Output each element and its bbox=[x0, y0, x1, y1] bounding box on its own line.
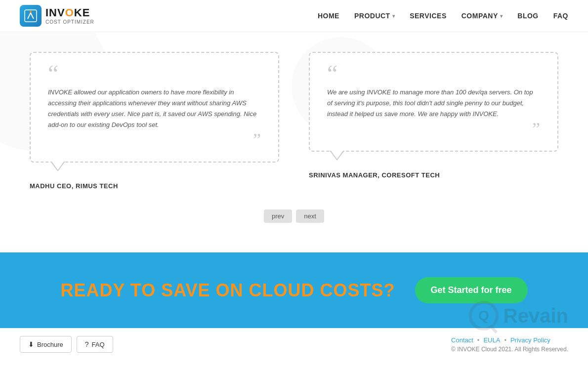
download-icon: ⬇ bbox=[28, 340, 34, 348]
nav-product[interactable]: PRODUCT ▾ bbox=[354, 12, 395, 20]
chevron-down-icon: ▾ bbox=[500, 13, 503, 19]
nav-company[interactable]: COMPANY ▾ bbox=[462, 12, 503, 20]
footer-eula-link[interactable]: EULA bbox=[483, 336, 500, 344]
chevron-down-icon: ▾ bbox=[392, 13, 395, 19]
author-1: MADHU CEO, RIMUS TECH bbox=[30, 182, 279, 190]
footer-right: Contact • EULA • Privacy Policy © INVOKE… bbox=[451, 336, 568, 353]
quote-text-1: INVOKE allowed our application owners to… bbox=[48, 87, 261, 130]
testimonials-section: “ INVOKE allowed our application owners … bbox=[0, 32, 588, 252]
get-started-button[interactable]: Get Started for free bbox=[415, 277, 528, 303]
quote-text-2: We are using INVOKE to manage more than … bbox=[327, 87, 540, 120]
pagination: prev next bbox=[30, 209, 558, 223]
close-quote-icon: ” bbox=[48, 135, 261, 144]
prev-button[interactable]: prev bbox=[264, 209, 292, 223]
footer-privacy-link[interactable]: Privacy Policy bbox=[510, 336, 550, 344]
testimonial-card-1: “ INVOKE allowed our application owners … bbox=[30, 52, 279, 190]
logo-subtitle: COST OPTIMIZER bbox=[45, 19, 94, 25]
logo-text: INVOKE COST OPTIMIZER bbox=[45, 7, 94, 24]
nav-blog[interactable]: BLOG bbox=[517, 12, 538, 20]
testimonial-card-2: “ We are using INVOKE to manage more tha… bbox=[309, 52, 558, 190]
close-quote-icon-2: ” bbox=[327, 124, 540, 133]
logo-icon bbox=[20, 5, 42, 27]
open-quote-icon: “ bbox=[48, 68, 261, 80]
next-button[interactable]: next bbox=[296, 209, 324, 223]
question-icon: ? bbox=[85, 340, 89, 348]
nav-home[interactable]: HOME bbox=[318, 12, 339, 20]
logo-name: INVOKE bbox=[45, 7, 94, 19]
footer: ⬇ Brochure ? FAQ Q Revain Contact • EULA… bbox=[0, 328, 588, 360]
nav-links: HOME PRODUCT ▾ SERVICES COMPANY ▾ BLOG F… bbox=[318, 12, 568, 20]
nav-faq[interactable]: FAQ bbox=[553, 12, 568, 20]
quote-box-1: “ INVOKE allowed our application owners … bbox=[30, 52, 279, 163]
revain-text: Revain bbox=[504, 305, 568, 327]
footer-left: ⬇ Brochure ? FAQ bbox=[20, 336, 113, 353]
revain-q-icon: Q bbox=[469, 301, 499, 331]
brochure-label: Brochure bbox=[37, 341, 63, 348]
footer-copyright: © INVOKE Cloud 2021. All Rights Reserved… bbox=[451, 346, 568, 353]
cta-title: READY TO SAVE ON CLOUD COSTS? bbox=[60, 280, 395, 301]
revain-watermark: Q Revain bbox=[469, 301, 568, 331]
faq-button[interactable]: ? FAQ bbox=[77, 336, 113, 353]
open-quote-icon-2: “ bbox=[327, 68, 540, 80]
nav-services[interactable]: SERVICES bbox=[410, 12, 447, 20]
footer-contact-link[interactable]: Contact bbox=[451, 336, 473, 344]
author-2: SRINIVAS MANAGER, CORESOFT TECH bbox=[309, 171, 558, 179]
faq-label: FAQ bbox=[92, 341, 105, 348]
footer-links: Contact • EULA • Privacy Policy bbox=[451, 336, 568, 344]
quote-box-2: “ We are using INVOKE to manage more tha… bbox=[309, 52, 558, 152]
logo[interactable]: INVOKE COST OPTIMIZER bbox=[20, 5, 94, 27]
svg-point-1 bbox=[30, 11, 32, 13]
navbar: INVOKE COST OPTIMIZER HOME PRODUCT ▾ SER… bbox=[0, 0, 588, 32]
brochure-button[interactable]: ⬇ Brochure bbox=[20, 336, 72, 353]
